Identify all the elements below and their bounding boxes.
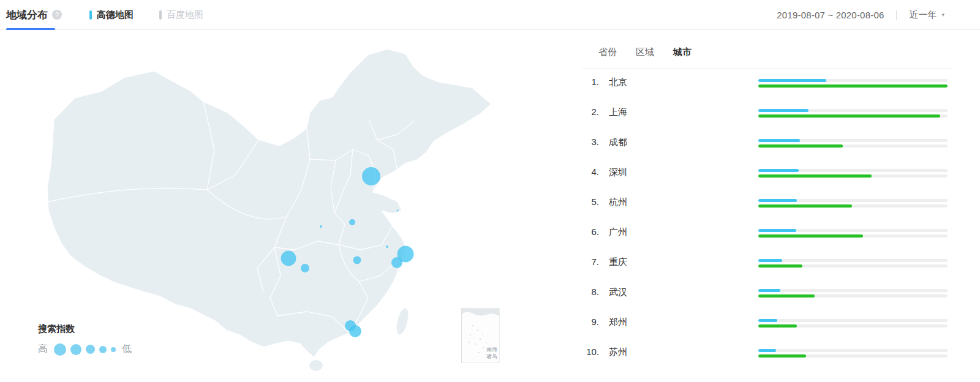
inset-label: 南海 诸岛 — [486, 346, 497, 360]
bar-pair — [758, 139, 948, 150]
baidu-bar — [758, 114, 940, 118]
tab-区域[interactable]: 区域 — [636, 47, 654, 68]
amap-bar — [758, 349, 776, 352]
china-map-area: 搜索指数 高 低 南海 诸岛 — [0, 29, 582, 382]
amap-bar — [758, 259, 782, 262]
size-legend: 搜索指数 高 低 — [38, 323, 132, 356]
legend-marker-icon — [89, 10, 92, 20]
rank-row: 1. 北京 — [582, 69, 953, 99]
size-legend-title: 搜索指数 — [38, 323, 132, 335]
city-name: 深圳 — [609, 167, 627, 178]
bar-pair — [758, 169, 948, 180]
baidu-bar — [758, 84, 948, 88]
geo-tabs: 省份 区域 城市 — [582, 29, 953, 69]
city-name: 北京 — [609, 77, 627, 88]
amap-bar — [758, 319, 777, 322]
map-bubble — [281, 251, 296, 266]
header: 地域分布 ? 高德地图 百度地图 2019-08-07 ~ 2020-08-06… — [0, 0, 980, 30]
baidu-bar — [758, 204, 852, 208]
rank-number: 8. — [582, 286, 599, 297]
tab-省份[interactable]: 省份 — [598, 47, 617, 68]
rank-number: 9. — [582, 316, 599, 327]
amap-bar-track — [758, 199, 948, 202]
hainan-island — [309, 360, 323, 371]
caret-down-icon: ▾ — [941, 12, 944, 18]
city-name: 上海 — [609, 107, 627, 118]
map-bubble — [320, 225, 322, 228]
baidu-bar — [758, 294, 815, 298]
baidu-bar-track — [758, 84, 948, 88]
amap-bar-track — [758, 229, 948, 232]
amap-bar-track — [758, 289, 948, 292]
low-label: 低 — [122, 343, 132, 356]
amap-bar-track — [758, 139, 948, 142]
rank-number: 1. — [582, 77, 599, 87]
city-name: 苏州 — [609, 346, 627, 358]
amap-bar — [758, 199, 797, 202]
map-bubble — [349, 325, 361, 337]
rank-number: 10. — [582, 346, 599, 357]
rank-row: 3. 成都 — [582, 129, 953, 159]
help-icon[interactable]: ? — [52, 10, 62, 20]
legend-item[interactable]: 百度地图 — [159, 9, 203, 21]
city-name: 广州 — [609, 227, 627, 238]
amap-bar-track — [758, 319, 948, 322]
amap-bar-track — [758, 79, 948, 82]
baidu-bar — [758, 234, 863, 238]
legend-marker-icon — [159, 10, 162, 20]
baidu-bar-track — [758, 264, 948, 268]
baidu-bar-track — [758, 114, 948, 118]
map-bubble — [386, 245, 388, 248]
baidu-bar — [758, 174, 872, 178]
city-name: 成都 — [609, 137, 627, 148]
period-dropdown[interactable]: 近一年 ▾ — [909, 9, 944, 21]
baidu-bar-track — [758, 234, 948, 238]
amap-bar-track — [758, 259, 948, 262]
baidu-bar-track — [758, 174, 948, 178]
high-label: 高 — [38, 343, 48, 356]
rank-row: 8. 武汉 — [582, 279, 953, 309]
south-china-sea-inset: 南海 诸岛 — [461, 308, 500, 363]
bar-pair — [758, 229, 948, 240]
taiwan-island — [394, 307, 410, 336]
date-range: 2019-08-07 ~ 2020-08-06 — [777, 10, 884, 20]
rank-number: 5. — [582, 197, 599, 207]
baidu-bar-track — [758, 354, 948, 358]
size-circle — [86, 345, 95, 354]
bar-pair — [758, 259, 948, 270]
legend-item[interactable]: 高德地图 — [89, 9, 134, 21]
rank-row: 2. 上海 — [582, 99, 953, 129]
city-name: 杭州 — [609, 197, 627, 208]
legend-label: 高德地图 — [97, 9, 134, 21]
map-bubble — [397, 210, 399, 212]
header-right: 2019-08-07 ~ 2020-08-06 近一年 ▾ — [777, 0, 944, 29]
rank-row: 9. 郑州 — [582, 309, 953, 339]
size-circle — [54, 343, 66, 356]
map-bubble — [362, 167, 380, 185]
amap-bar-track — [758, 109, 948, 112]
bar-pair — [758, 79, 948, 90]
bar-pair — [758, 319, 948, 330]
period-label: 近一年 — [909, 9, 937, 21]
city-name: 武汉 — [609, 286, 627, 298]
amap-bar — [758, 229, 796, 232]
baidu-bar — [758, 354, 806, 358]
baidu-bar-track — [758, 144, 948, 148]
baidu-bar-track — [758, 324, 948, 328]
map-bubble — [391, 257, 402, 268]
baidu-bar-track — [758, 294, 948, 298]
divider — [896, 10, 897, 20]
size-circle — [70, 344, 81, 355]
bar-pair — [758, 109, 948, 120]
tab-城市[interactable]: 城市 — [673, 47, 692, 68]
size-circles — [54, 343, 116, 356]
map-bubble — [353, 257, 361, 264]
amap-bar — [758, 109, 809, 112]
size-circle — [111, 347, 116, 352]
baidu-bar-track — [758, 204, 948, 208]
rank-number: 3. — [582, 137, 599, 147]
rank-list: 1. 北京 2. 上海 3. 成都 — [582, 69, 953, 369]
bar-pair — [758, 349, 948, 360]
rank-row: 5. 杭州 — [582, 189, 953, 219]
city-name: 重庆 — [609, 257, 627, 268]
